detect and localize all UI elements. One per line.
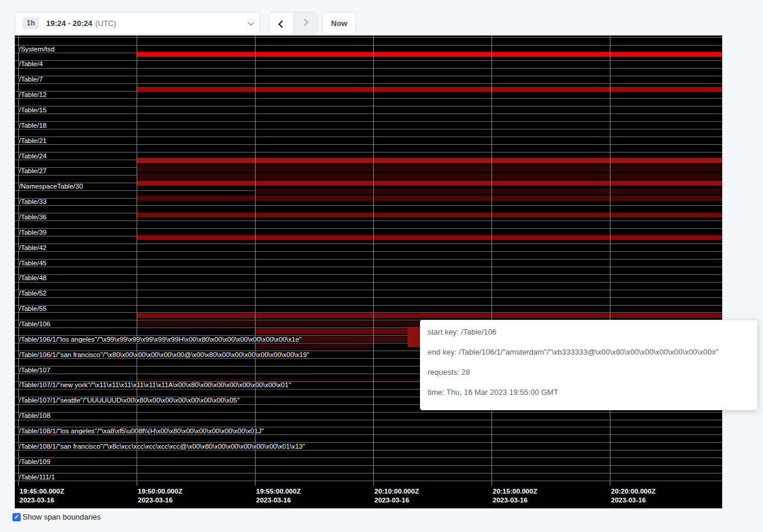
heatmap-band[interactable] [137,166,722,171]
heatmap-band[interactable] [255,344,373,349]
heatmap-band[interactable] [137,173,722,179]
span-boundary-line [15,137,722,137]
row-label: /Table/33 [19,198,47,206]
span-boundary-line [15,228,722,229]
span-boundary-line [15,244,722,244]
tick-date: 2023-03-16 [611,496,655,505]
x-axis-tick: 20:10:00.000Z2023-03-16 [374,487,419,505]
heatmap-band[interactable] [137,52,722,57]
heatmap-band[interactable] [137,235,722,240]
span-boundary-line [15,152,722,153]
time-range-select[interactable]: 1h 19:24 - 20:24 (UTC) [15,12,260,34]
row-label: /Table/21 [19,137,47,145]
row-label: /Table/4 [19,60,43,68]
heatmap-tooltip: start key: /Table/106 end key: /Table/10… [420,320,758,410]
row-label: /Table/39 [19,229,47,236]
row-label: /Table/42 [19,244,47,252]
span-boundary-line [15,121,722,122]
span-boundary-line [15,267,722,267]
now-button[interactable]: Now [322,12,356,34]
span-boundary-line [15,220,722,221]
row-label: /Table/106 [19,320,50,328]
span-boundary-line [15,113,722,114]
span-boundary-line [15,297,722,298]
tick-date: 2023-03-16 [493,496,537,505]
tick-time: 19:50:00.000Z [138,487,182,496]
row-label: /Table/106/1/"los angeles"/"\x99\x99\x99… [19,336,302,343]
show-span-boundaries-label: Show span boundaries [22,512,101,521]
time-range-label: 19:24 - 20:24 [46,19,92,28]
timezone-label: (UTC) [95,19,116,28]
heatmap-band[interactable] [137,313,722,318]
span-boundary-line [15,465,722,466]
show-span-boundaries-checkbox[interactable]: ✓ [12,513,21,521]
span-boundary-line [15,259,722,259]
tooltip-time: time: Thu, 16 Mar 2023 19:55:00 GMT [428,382,751,403]
heatmap-band[interactable] [137,196,722,201]
span-boundary-line [15,37,722,38]
row-label: /Table/55 [19,305,47,313]
span-boundary-line [15,282,722,283]
span-boundary-line [15,274,722,275]
row-label: /Table/107 [19,366,50,374]
heatmap-band[interactable] [137,87,722,92]
time-gridline [137,35,137,486]
tick-date: 2023-03-16 [138,496,182,505]
row-label: /Table/15 [19,106,47,114]
heatmap-band[interactable] [137,378,421,381]
span-boundary-line [15,60,722,61]
span-boundaries-row: ✓ Show span boundaries [12,512,101,521]
x-axis-tick: 19:45:00.000Z2023-03-16 [20,487,64,505]
row-label: /System/tsd [19,46,54,53]
span-boundary-line [15,420,722,420]
row-label: /Table/111/1 [19,473,55,481]
check-icon: ✓ [14,514,19,520]
tick-time: 20:15:00.000Z [493,487,537,496]
key-visualizer-heatmap[interactable]: /System/tsd/Table/4/Table/7/Table/12/Tab… [15,35,722,508]
span-boundary-line [15,205,722,206]
span-boundary-line [15,76,722,76]
span-boundary-line [15,68,722,69]
tick-time: 20:10:00.000Z [374,487,419,496]
heatmap-band[interactable] [137,181,722,186]
tick-time: 19:45:00.000Z [20,487,64,496]
tooltip-requests: requests: 28 [428,362,751,382]
x-axis-tick: 20:15:00.000Z2023-03-16 [493,487,537,505]
row-label: /Table/12 [19,91,47,99]
tick-date: 2023-03-16 [374,496,419,505]
heatmap-band[interactable] [137,213,722,218]
tick-time: 19:55:00.000Z [256,487,300,496]
span-boundary-line [15,305,722,306]
row-label: /Table/106/1/"san francisco"/"\x80\x00\x… [19,351,309,359]
row-label: /Table/45 [19,259,47,267]
row-label: /Table/108 [19,412,50,420]
row-label: /Table/108/1/"los angeles"/"\xa8\xf5\u00… [19,427,264,435]
next-time-button[interactable] [293,12,317,34]
row-label: /Table/7 [19,76,43,83]
duration-badge: 1h [22,17,39,29]
prev-time-button[interactable] [270,12,293,34]
chevron-left-icon [279,20,286,28]
chevron-down-icon [248,19,254,25]
time-nav-group [269,12,318,34]
heatmap-band[interactable] [137,158,722,163]
span-boundary-line [15,106,722,106]
tooltip-end-key: end key: /Table/106/1/"amsterdam"/"\xb33… [428,342,751,362]
heatmap-band[interactable] [408,327,421,347]
span-boundary-line [15,129,722,129]
row-label: /Table/27 [19,167,47,175]
span-boundary-line [15,290,722,290]
chevron-right-icon [301,18,309,26]
span-boundary-line [15,98,722,99]
row-label: /NamespaceTable/30 [19,183,83,190]
tick-date: 2023-03-16 [256,496,300,505]
row-label: /Table/36 [19,213,47,221]
row-label: /Table/52 [19,290,47,297]
heatmap-band[interactable] [255,329,421,334]
span-boundary-line [15,45,722,46]
row-label: /Table/48 [19,274,47,282]
heatmap-band[interactable] [255,189,722,194]
time-gridline [492,35,492,486]
row-label: /Table/18 [19,122,47,129]
time-gridline [610,35,610,486]
